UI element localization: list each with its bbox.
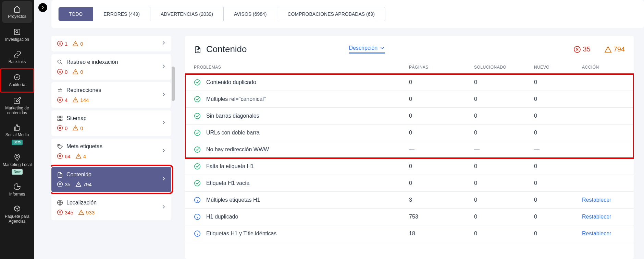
reset-link[interactable]: Restablecer — [582, 197, 611, 203]
warning-icon — [78, 209, 84, 215]
cell-new: 0 — [534, 231, 582, 237]
nav-badge: Beta — [12, 140, 23, 145]
filter-tab[interactable]: TODO — [59, 7, 93, 21]
category-title: Sitemap — [66, 115, 87, 121]
summary-errors: 35 — [573, 45, 590, 53]
globe-icon — [57, 200, 63, 206]
category-warnings: 4 — [75, 153, 86, 159]
category-warnings: 0 — [72, 69, 83, 75]
table-row[interactable]: Etiqueta H1 vacía 0 0 0 — [185, 175, 634, 192]
nav-item-proyectos[interactable]: Proyectos — [2, 1, 32, 23]
table-row[interactable]: Sin barras diagonales 0 0 0 — [185, 108, 634, 125]
category-card[interactable]: Meta etiquetas 64 4 — [51, 139, 171, 164]
nav-label: Auditoría — [9, 82, 25, 87]
reset-link[interactable]: Restablecer — [582, 214, 611, 220]
nav-label: Marketing de contenidos — [1, 106, 33, 116]
category-errors: 35 — [57, 181, 71, 187]
nav-label: Paquete para Agencias — [1, 214, 33, 224]
warning-icon — [72, 69, 78, 75]
category-card[interactable]: Contenido 35 794 — [51, 167, 171, 192]
nav-item-informes[interactable]: Informes — [0, 179, 34, 201]
filter-tabs-bar: TODOERRORES (449)ADVERTENCIAS (2039)AVIS… — [51, 0, 644, 28]
expand-sidebar-button[interactable] — [38, 3, 47, 12]
category-card[interactable]: 1 0 — [51, 36, 171, 51]
cell-new: 0 — [534, 96, 582, 102]
cell-pages: 3 — [409, 197, 474, 203]
cell-solved: 0 — [474, 79, 534, 85]
problem-name: Etiqueta H1 vacía — [206, 180, 249, 186]
table-row[interactable]: Contenido duplicado 0 0 0 — [185, 74, 634, 91]
table-row[interactable]: No hay redirección WWW — — — — [185, 141, 634, 158]
cell-solved: 0 — [474, 197, 534, 203]
category-card[interactable]: Localización 345 933 — [51, 195, 171, 220]
view-dropdown[interactable]: Descripción — [349, 45, 385, 54]
detail-panel: Contenido Descripción 35 794 — [185, 36, 634, 259]
category-errors: 0 — [57, 125, 67, 131]
filter-tab[interactable]: COMPROBACIONES APROBADAS (69) — [277, 7, 385, 21]
reset-link[interactable]: Restablecer — [582, 231, 611, 236]
redirect-icon — [57, 87, 63, 93]
table-row[interactable]: H1 duplicado 753 0 0 Restablecer — [185, 209, 634, 225]
error-icon — [57, 181, 63, 187]
filter-tab[interactable]: ADVERTENCIAS (2039) — [150, 7, 224, 21]
category-errors: 4 — [57, 97, 67, 103]
nav-label: Proyectos — [8, 14, 26, 19]
table-row[interactable]: Falta la etiqueta H1 0 0 0 — [185, 158, 634, 175]
error-icon — [57, 40, 63, 47]
table-row[interactable]: Etiquetas H1 y Title idénticas 18 0 0 Re… — [185, 225, 634, 242]
nav-item-investigación[interactable]: Investigación — [0, 24, 34, 46]
category-card[interactable]: Sitemap 0 0 — [51, 110, 171, 136]
category-warnings: 933 — [78, 209, 95, 215]
problem-name: URLs con doble barra — [206, 130, 260, 136]
cell-solved: 0 — [474, 180, 534, 186]
search-icon — [57, 59, 63, 65]
nav-item-marketing-de-contenidos[interactable]: Marketing de contenidos — [0, 93, 34, 120]
col-header-problem: PROBLEMAS — [194, 65, 409, 70]
warning-icon — [75, 181, 82, 187]
nav-badge: New — [12, 169, 23, 175]
table-header-row: PROBLEMAS PÁGINAS SOLUCIONADO NUEVO ACCI… — [185, 61, 634, 74]
nav-icon — [13, 5, 21, 13]
scrollbar-thumb[interactable] — [172, 67, 175, 101]
chevron-right-icon — [161, 63, 166, 70]
problem-name: Múltiples rel="canonical" — [206, 96, 266, 102]
problem-name: Sin barras diagonales — [206, 113, 259, 119]
warning-icon — [75, 153, 82, 159]
col-header-action: ACCIÓN — [582, 65, 625, 70]
nav-label: Backlinks — [9, 59, 26, 64]
filter-tab[interactable]: ERRORES (449) — [93, 7, 150, 21]
nav-icon — [13, 28, 21, 36]
cell-solved: 0 — [474, 214, 534, 220]
cell-solved: 0 — [474, 231, 534, 237]
cell-solved: 0 — [474, 130, 534, 136]
nav-icon — [13, 73, 21, 81]
info-icon — [194, 197, 201, 203]
table-row[interactable]: Múltiples etiquetas H1 3 0 0 Restablecer — [185, 192, 634, 209]
nav-item-marketing-local[interactable]: Marketing LocalNew — [0, 149, 34, 179]
category-errors: 1 — [57, 40, 67, 47]
category-card[interactable]: Redirecciones 4 144 — [51, 82, 171, 108]
grid-icon — [57, 115, 63, 121]
problem-name: Contenido duplicado — [206, 79, 256, 85]
nav-item-paquete-para-agencias[interactable]: Paquete para Agencias — [0, 201, 34, 228]
category-title: Redirecciones — [66, 87, 101, 93]
filter-tab[interactable]: AVISOS (6984) — [224, 7, 277, 21]
nav-item-auditoría[interactable]: Auditoría — [0, 68, 34, 92]
chevron-right-icon — [161, 120, 166, 127]
cell-solved: 0 — [474, 113, 534, 119]
table-row[interactable]: Múltiples rel="canonical" 0 0 0 — [185, 91, 634, 108]
nav-item-social-media[interactable]: Social MediaBeta — [0, 119, 34, 149]
category-card[interactable]: Rastreo e indexación 0 0 — [51, 54, 171, 80]
problem-name: Múltiples etiquetas H1 — [206, 197, 260, 203]
nav-icon — [13, 153, 21, 161]
check-icon — [194, 96, 201, 103]
nav-item-backlinks[interactable]: Backlinks — [0, 46, 34, 68]
cell-new: 0 — [534, 180, 582, 186]
problem-name: Etiquetas H1 y Title idénticas — [206, 231, 276, 237]
category-panel: 1 0 Rastreo e indexación 0 0 Redireccion… — [51, 36, 171, 259]
tag-icon — [57, 143, 63, 150]
chevron-right-icon — [161, 40, 166, 47]
category-errors: 345 — [57, 209, 73, 215]
error-icon — [57, 153, 63, 159]
table-row[interactable]: URLs con doble barra 0 0 0 — [185, 125, 634, 141]
